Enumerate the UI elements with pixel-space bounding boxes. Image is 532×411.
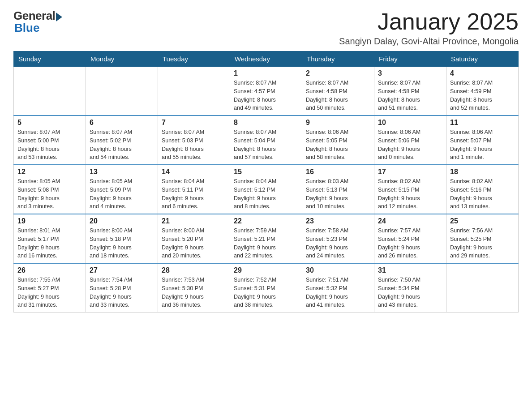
day-number: 7: [162, 119, 226, 127]
day-info: Sunrise: 8:07 AM Sunset: 5:00 PM Dayligh…: [17, 128, 82, 162]
day-number: 13: [90, 168, 154, 176]
weekday-header-saturday: Saturday: [446, 51, 519, 67]
day-info: Sunrise: 8:00 AM Sunset: 5:20 PM Dayligh…: [162, 227, 226, 260]
day-info: Sunrise: 8:07 AM Sunset: 5:03 PM Dayligh…: [162, 128, 226, 162]
day-number: 12: [17, 168, 82, 176]
calendar-cell: 4Sunrise: 8:07 AM Sunset: 4:59 PM Daylig…: [446, 67, 519, 116]
day-info: Sunrise: 8:02 AM Sunset: 5:16 PM Dayligh…: [450, 177, 515, 211]
calendar-cell: 5Sunrise: 8:07 AM Sunset: 5:00 PM Daylig…: [14, 116, 86, 165]
day-number: 20: [90, 217, 154, 225]
weekday-header-monday: Monday: [86, 51, 158, 67]
day-number: 24: [378, 217, 442, 225]
logo-arrow-icon: [56, 13, 62, 21]
day-info: Sunrise: 8:01 AM Sunset: 5:17 PM Dayligh…: [17, 227, 82, 260]
day-info: Sunrise: 8:02 AM Sunset: 5:15 PM Dayligh…: [378, 177, 442, 211]
logo: General Blue: [13, 9, 62, 35]
weekday-header-friday: Friday: [374, 51, 446, 67]
calendar-table: SundayMondayTuesdayWednesdayThursdayFrid…: [13, 51, 519, 313]
calendar-cell: 15Sunrise: 8:04 AM Sunset: 5:12 PM Dayli…: [230, 165, 302, 214]
day-number: 21: [162, 217, 226, 225]
day-info: Sunrise: 8:07 AM Sunset: 4:57 PM Dayligh…: [234, 79, 298, 112]
calendar-cell: 12Sunrise: 8:05 AM Sunset: 5:08 PM Dayli…: [14, 165, 86, 214]
day-info: Sunrise: 7:58 AM Sunset: 5:23 PM Dayligh…: [306, 227, 370, 260]
day-number: 29: [234, 266, 298, 274]
day-info: Sunrise: 7:56 AM Sunset: 5:25 PM Dayligh…: [450, 227, 515, 260]
calendar-cell: 31Sunrise: 7:50 AM Sunset: 5:34 PM Dayli…: [374, 263, 446, 313]
calendar-cell: 10Sunrise: 8:06 AM Sunset: 5:06 PM Dayli…: [374, 116, 446, 165]
day-info: Sunrise: 8:04 AM Sunset: 5:11 PM Dayligh…: [162, 177, 226, 211]
calendar-cell: 18Sunrise: 8:02 AM Sunset: 5:16 PM Dayli…: [446, 165, 519, 214]
calendar-cell: 29Sunrise: 7:52 AM Sunset: 5:31 PM Dayli…: [230, 263, 302, 313]
day-number: 18: [450, 168, 515, 176]
calendar-week-3: 12Sunrise: 8:05 AM Sunset: 5:08 PM Dayli…: [14, 165, 519, 214]
calendar-cell: [158, 67, 230, 116]
calendar-week-5: 26Sunrise: 7:55 AM Sunset: 5:27 PM Dayli…: [14, 263, 519, 313]
day-number: 1: [234, 69, 298, 77]
day-number: 28: [162, 266, 226, 274]
day-number: 31: [378, 266, 442, 274]
day-number: 3: [378, 69, 442, 77]
day-number: 26: [17, 266, 82, 274]
day-info: Sunrise: 8:06 AM Sunset: 5:06 PM Dayligh…: [378, 128, 442, 162]
day-info: Sunrise: 7:53 AM Sunset: 5:30 PM Dayligh…: [162, 276, 226, 309]
day-info: Sunrise: 8:06 AM Sunset: 5:05 PM Dayligh…: [306, 128, 370, 162]
day-number: 17: [378, 168, 442, 176]
day-number: 9: [306, 119, 370, 127]
day-number: 8: [234, 119, 298, 127]
calendar-cell: 7Sunrise: 8:07 AM Sunset: 5:03 PM Daylig…: [158, 116, 230, 165]
day-info: Sunrise: 8:05 AM Sunset: 5:09 PM Dayligh…: [90, 177, 154, 211]
calendar-cell: [86, 67, 158, 116]
calendar-cell: 9Sunrise: 8:06 AM Sunset: 5:05 PM Daylig…: [302, 116, 374, 165]
logo-blue-text: Blue: [13, 21, 39, 35]
day-info: Sunrise: 7:52 AM Sunset: 5:31 PM Dayligh…: [234, 276, 298, 309]
day-number: 14: [162, 168, 226, 176]
weekday-header-tuesday: Tuesday: [158, 51, 230, 67]
day-info: Sunrise: 7:54 AM Sunset: 5:28 PM Dayligh…: [90, 276, 154, 309]
day-number: 2: [306, 69, 370, 77]
calendar-cell: 14Sunrise: 8:04 AM Sunset: 5:11 PM Dayli…: [158, 165, 230, 214]
calendar-cell: 13Sunrise: 8:05 AM Sunset: 5:09 PM Dayli…: [86, 165, 158, 214]
day-info: Sunrise: 8:07 AM Sunset: 5:02 PM Dayligh…: [90, 128, 154, 162]
calendar-week-2: 5Sunrise: 8:07 AM Sunset: 5:00 PM Daylig…: [14, 116, 519, 165]
calendar-cell: 2Sunrise: 8:07 AM Sunset: 4:58 PM Daylig…: [302, 67, 374, 116]
day-info: Sunrise: 8:07 AM Sunset: 4:59 PM Dayligh…: [450, 79, 515, 112]
calendar-cell: 27Sunrise: 7:54 AM Sunset: 5:28 PM Dayli…: [86, 263, 158, 313]
calendar-cell: [446, 263, 519, 313]
calendar-week-4: 19Sunrise: 8:01 AM Sunset: 5:17 PM Dayli…: [14, 214, 519, 263]
weekday-header-sunday: Sunday: [14, 51, 86, 67]
weekday-header-wednesday: Wednesday: [230, 51, 302, 67]
calendar-header-row: SundayMondayTuesdayWednesdayThursdayFrid…: [14, 51, 519, 67]
day-info: Sunrise: 8:06 AM Sunset: 5:07 PM Dayligh…: [450, 128, 515, 162]
calendar-cell: 6Sunrise: 8:07 AM Sunset: 5:02 PM Daylig…: [86, 116, 158, 165]
day-info: Sunrise: 7:55 AM Sunset: 5:27 PM Dayligh…: [17, 276, 82, 309]
calendar-cell: 30Sunrise: 7:51 AM Sunset: 5:32 PM Dayli…: [302, 263, 374, 313]
day-number: 16: [306, 168, 370, 176]
calendar-cell: 16Sunrise: 8:03 AM Sunset: 5:13 PM Dayli…: [302, 165, 374, 214]
calendar-cell: 11Sunrise: 8:06 AM Sunset: 5:07 PM Dayli…: [446, 116, 519, 165]
day-info: Sunrise: 8:04 AM Sunset: 5:12 PM Dayligh…: [234, 177, 298, 211]
month-title: January 2025: [339, 9, 519, 34]
day-number: 23: [306, 217, 370, 225]
day-info: Sunrise: 7:51 AM Sunset: 5:32 PM Dayligh…: [306, 276, 370, 309]
day-number: 22: [234, 217, 298, 225]
calendar-cell: 23Sunrise: 7:58 AM Sunset: 5:23 PM Dayli…: [302, 214, 374, 263]
calendar-cell: 17Sunrise: 8:02 AM Sunset: 5:15 PM Dayli…: [374, 165, 446, 214]
day-info: Sunrise: 8:00 AM Sunset: 5:18 PM Dayligh…: [90, 227, 154, 260]
day-number: 27: [90, 266, 154, 274]
day-number: 19: [17, 217, 82, 225]
calendar-cell: 28Sunrise: 7:53 AM Sunset: 5:30 PM Dayli…: [158, 263, 230, 313]
day-info: Sunrise: 8:03 AM Sunset: 5:13 PM Dayligh…: [306, 177, 370, 211]
day-info: Sunrise: 8:05 AM Sunset: 5:08 PM Dayligh…: [17, 177, 82, 211]
calendar-cell: 26Sunrise: 7:55 AM Sunset: 5:27 PM Dayli…: [14, 263, 86, 313]
title-area: January 2025 Sangiyn Dalay, Govi-Altai P…: [339, 9, 519, 47]
day-info: Sunrise: 7:57 AM Sunset: 5:24 PM Dayligh…: [378, 227, 442, 260]
day-number: 15: [234, 168, 298, 176]
weekday-header-thursday: Thursday: [302, 51, 374, 67]
calendar-cell: 24Sunrise: 7:57 AM Sunset: 5:24 PM Dayli…: [374, 214, 446, 263]
day-number: 5: [17, 119, 82, 127]
calendar-week-1: 1Sunrise: 8:07 AM Sunset: 4:57 PM Daylig…: [14, 67, 519, 116]
day-number: 30: [306, 266, 370, 274]
day-info: Sunrise: 8:07 AM Sunset: 4:58 PM Dayligh…: [306, 79, 370, 112]
calendar-cell: 1Sunrise: 8:07 AM Sunset: 4:57 PM Daylig…: [230, 67, 302, 116]
day-info: Sunrise: 7:59 AM Sunset: 5:21 PM Dayligh…: [234, 227, 298, 260]
